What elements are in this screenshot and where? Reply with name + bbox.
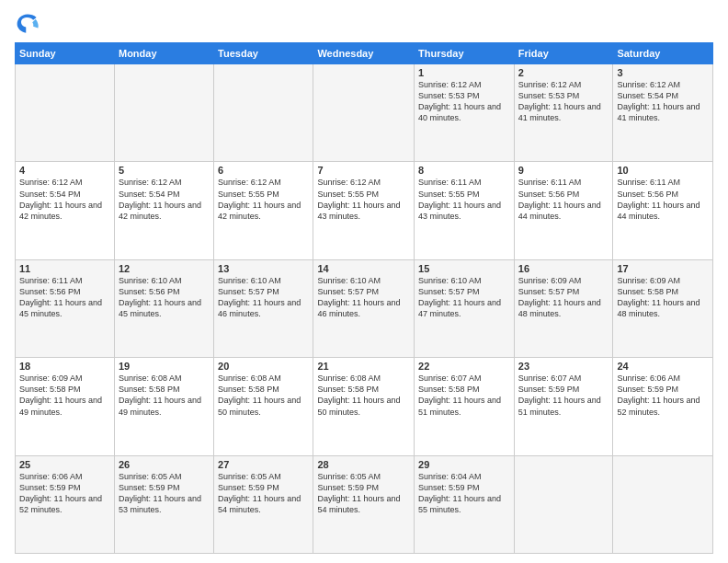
day-info: Sunrise: 6:12 AM Sunset: 5:54 PM Dayligh… [19,177,110,222]
calendar-cell: 11Sunrise: 6:11 AM Sunset: 5:56 PM Dayli… [16,259,115,357]
day-number: 18 [19,361,110,372]
calendar-cell: 27Sunrise: 6:05 AM Sunset: 5:59 PM Dayli… [214,455,313,553]
calendar-cell: 29Sunrise: 6:04 AM Sunset: 5:59 PM Dayli… [415,455,515,553]
header-cell-thursday: Thursday [415,43,515,64]
day-info: Sunrise: 6:07 AM Sunset: 5:59 PM Dayligh… [518,373,609,418]
calendar-cell: 22Sunrise: 6:07 AM Sunset: 5:58 PM Dayli… [415,358,515,455]
day-info: Sunrise: 6:11 AM Sunset: 5:56 PM Dayligh… [617,177,709,222]
day-number: 1 [418,67,510,78]
logo [15,11,44,37]
day-info: Sunrise: 6:08 AM Sunset: 5:58 PM Dayligh… [119,373,210,418]
day-info: Sunrise: 6:04 AM Sunset: 5:59 PM Dayligh… [418,471,510,516]
calendar-cell [16,64,115,162]
day-info: Sunrise: 6:07 AM Sunset: 5:58 PM Dayligh… [418,373,510,418]
day-info: Sunrise: 6:12 AM Sunset: 5:54 PM Dayligh… [119,177,210,222]
day-info: Sunrise: 6:10 AM Sunset: 5:57 PM Dayligh… [317,275,410,320]
calendar-cell: 25Sunrise: 6:06 AM Sunset: 5:59 PM Dayli… [16,455,115,553]
day-number: 5 [119,165,210,176]
day-info: Sunrise: 6:09 AM Sunset: 5:58 PM Dayligh… [19,373,110,418]
calendar-cell: 10Sunrise: 6:11 AM Sunset: 5:56 PM Dayli… [613,162,713,259]
day-info: Sunrise: 6:12 AM Sunset: 5:53 PM Dayligh… [418,79,510,124]
day-number: 21 [317,361,410,372]
header-cell-friday: Friday [514,43,613,64]
calendar-cell: 14Sunrise: 6:10 AM Sunset: 5:57 PM Dayli… [313,259,415,357]
calendar-cell: 2Sunrise: 6:12 AM Sunset: 5:53 PM Daylig… [514,64,613,162]
day-info: Sunrise: 6:11 AM Sunset: 5:56 PM Dayligh… [518,177,609,222]
day-number: 23 [518,361,609,372]
logo-icon [15,11,40,37]
day-info: Sunrise: 6:12 AM Sunset: 5:55 PM Dayligh… [218,177,309,222]
day-info: Sunrise: 6:06 AM Sunset: 5:59 PM Dayligh… [19,471,110,516]
day-info: Sunrise: 6:08 AM Sunset: 5:58 PM Dayligh… [218,373,309,418]
day-number: 11 [19,263,110,274]
day-number: 29 [418,459,510,470]
day-info: Sunrise: 6:11 AM Sunset: 5:56 PM Dayligh… [19,275,110,320]
day-info: Sunrise: 6:09 AM Sunset: 5:58 PM Dayligh… [617,275,709,320]
day-number: 10 [617,165,709,176]
day-number: 27 [218,459,309,470]
calendar-cell: 7Sunrise: 6:12 AM Sunset: 5:55 PM Daylig… [313,162,415,259]
day-number: 6 [218,165,309,176]
header-cell-wednesday: Wednesday [313,43,415,64]
calendar-cell: 21Sunrise: 6:08 AM Sunset: 5:58 PM Dayli… [313,358,415,455]
day-info: Sunrise: 6:08 AM Sunset: 5:58 PM Dayligh… [317,373,410,418]
day-info: Sunrise: 6:12 AM Sunset: 5:53 PM Dayligh… [518,79,609,124]
day-info: Sunrise: 6:11 AM Sunset: 5:55 PM Dayligh… [418,177,510,222]
day-info: Sunrise: 6:05 AM Sunset: 5:59 PM Dayligh… [218,471,309,516]
day-info: Sunrise: 6:12 AM Sunset: 5:55 PM Dayligh… [317,177,410,222]
calendar-cell: 5Sunrise: 6:12 AM Sunset: 5:54 PM Daylig… [114,162,213,259]
header [15,11,713,37]
calendar-cell: 6Sunrise: 6:12 AM Sunset: 5:55 PM Daylig… [214,162,313,259]
week-row-5: 25Sunrise: 6:06 AM Sunset: 5:59 PM Dayli… [16,455,713,553]
day-number: 25 [19,459,110,470]
calendar-cell [313,64,415,162]
header-cell-saturday: Saturday [613,43,713,64]
day-number: 2 [518,67,609,78]
day-number: 16 [518,263,609,274]
calendar-cell: 13Sunrise: 6:10 AM Sunset: 5:57 PM Dayli… [214,259,313,357]
calendar-cell: 26Sunrise: 6:05 AM Sunset: 5:59 PM Dayli… [114,455,213,553]
day-number: 12 [119,263,210,274]
day-info: Sunrise: 6:10 AM Sunset: 5:57 PM Dayligh… [418,275,510,320]
calendar-cell: 3Sunrise: 6:12 AM Sunset: 5:54 PM Daylig… [613,64,713,162]
calendar-cell: 15Sunrise: 6:10 AM Sunset: 5:57 PM Dayli… [415,259,515,357]
day-number: 19 [119,361,210,372]
calendar-cell: 1Sunrise: 6:12 AM Sunset: 5:53 PM Daylig… [415,64,515,162]
page: SundayMondayTuesdayWednesdayThursdayFrid… [0,0,728,563]
calendar-cell: 4Sunrise: 6:12 AM Sunset: 5:54 PM Daylig… [16,162,115,259]
calendar-table: SundayMondayTuesdayWednesdayThursdayFrid… [15,42,713,554]
day-info: Sunrise: 6:05 AM Sunset: 5:59 PM Dayligh… [317,471,410,516]
calendar-cell [114,64,213,162]
calendar-cell: 16Sunrise: 6:09 AM Sunset: 5:57 PM Dayli… [514,259,613,357]
day-number: 4 [19,165,110,176]
day-number: 26 [119,459,210,470]
calendar-cell: 24Sunrise: 6:06 AM Sunset: 5:59 PM Dayli… [613,358,713,455]
day-number: 20 [218,361,309,372]
week-row-3: 11Sunrise: 6:11 AM Sunset: 5:56 PM Dayli… [16,259,713,357]
day-number: 9 [518,165,609,176]
week-row-2: 4Sunrise: 6:12 AM Sunset: 5:54 PM Daylig… [16,162,713,259]
day-number: 17 [617,263,709,274]
day-number: 15 [418,263,510,274]
calendar-cell: 12Sunrise: 6:10 AM Sunset: 5:56 PM Dayli… [114,259,213,357]
day-number: 28 [317,459,410,470]
calendar-cell: 9Sunrise: 6:11 AM Sunset: 5:56 PM Daylig… [514,162,613,259]
day-number: 13 [218,263,309,274]
calendar-cell: 20Sunrise: 6:08 AM Sunset: 5:58 PM Dayli… [214,358,313,455]
week-row-4: 18Sunrise: 6:09 AM Sunset: 5:58 PM Dayli… [16,358,713,455]
day-number: 24 [617,361,709,372]
day-number: 14 [317,263,410,274]
day-info: Sunrise: 6:12 AM Sunset: 5:54 PM Dayligh… [617,79,709,124]
day-number: 22 [418,361,510,372]
day-info: Sunrise: 6:06 AM Sunset: 5:59 PM Dayligh… [617,373,709,418]
calendar-cell: 17Sunrise: 6:09 AM Sunset: 5:58 PM Dayli… [613,259,713,357]
week-row-1: 1Sunrise: 6:12 AM Sunset: 5:53 PM Daylig… [16,64,713,162]
calendar-cell: 23Sunrise: 6:07 AM Sunset: 5:59 PM Dayli… [514,358,613,455]
day-info: Sunrise: 6:10 AM Sunset: 5:57 PM Dayligh… [218,275,309,320]
day-number: 8 [418,165,510,176]
header-cell-monday: Monday [114,43,213,64]
calendar-cell [514,455,613,553]
calendar-cell: 28Sunrise: 6:05 AM Sunset: 5:59 PM Dayli… [313,455,415,553]
calendar-cell [613,455,713,553]
header-row: SundayMondayTuesdayWednesdayThursdayFrid… [16,43,713,64]
